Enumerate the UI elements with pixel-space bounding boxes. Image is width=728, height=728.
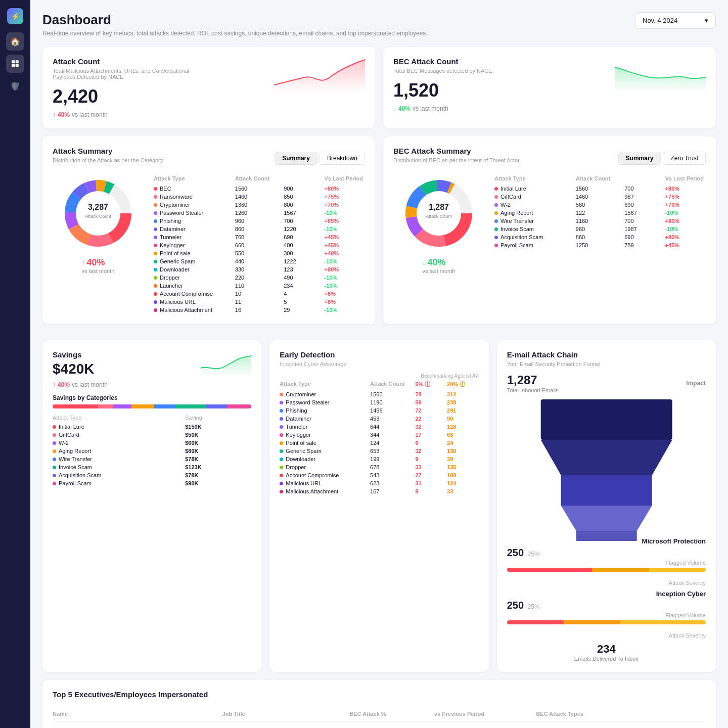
attack-summary-title: Attack Summary [53, 147, 163, 155]
attack-summary-card: Attack Summary Distribution of the Attac… [42, 136, 375, 324]
svg-marker-30 [561, 506, 652, 531]
ed-table-row: Dropper 678 33 135 [280, 463, 478, 471]
svg-rect-31 [576, 531, 636, 541]
bottom-row: Savings $420K 40% vs last month [42, 340, 716, 672]
attack-table-row: Cryptominer 1360 800 +70% [154, 201, 365, 209]
impact-label: Impact [686, 380, 706, 387]
ed-table-row: Generic Spam 653 32 130 [280, 447, 478, 455]
svg-marker-28 [540, 440, 672, 475]
ed-table-row: Cryptominer 1560 78 312 [280, 390, 478, 398]
savings-trend: 40% vs last month [53, 381, 108, 388]
savings-table-row: W-2 $60K [53, 439, 251, 447]
attack-table-row: Generic Spam 440 1222 -10% [154, 257, 365, 265]
ic-label: Inception Cyber [507, 590, 706, 598]
ms-severity-label: Attack Severity [507, 580, 706, 586]
savings-table-row: Acquisition Scam $78K [53, 471, 251, 479]
ed-title: Early Detection [280, 350, 346, 359]
early-detection-card: Early Detection Inception Cyber Advantag… [269, 340, 488, 672]
savings-table-row: Initial Lure $150K [53, 423, 251, 431]
bec-count-value: 1,520 [393, 80, 550, 101]
svg-text:1,287: 1,287 [429, 203, 449, 211]
svg-rect-1 [16, 60, 19, 63]
executives-card: Top 5 Executives/Employees Impersonated … [42, 680, 716, 728]
bec-table-row: Invoice Scam 960 1987 -10% [494, 225, 706, 233]
email-funnel-chart [507, 399, 706, 541]
bec-summary-tabs: Summary Zero Trust [618, 152, 706, 165]
sidebar-item-shield[interactable]: 🛡️ [6, 77, 24, 95]
bec-count-trend: 40% vs last month [393, 105, 550, 112]
email-chain-subtitle: Your Email Security Protection Funnel [507, 361, 706, 367]
attack-table-row: Launcher 110 234 -10% [154, 282, 365, 290]
savings-card: Savings $420K 40% vs last month [42, 340, 261, 672]
attack-table-row: Password Stealer 1260 1567 -10% [154, 209, 365, 217]
attack-table-row: Downloader 330 123 +80% [154, 265, 365, 274]
savings-category-bar [53, 404, 251, 408]
svg-rect-2 [12, 64, 15, 67]
bec-count-subtitle: Total BEC Messages detected by NACE. [393, 68, 550, 74]
ic-flagged-label: Flagged Volume [507, 612, 706, 618]
bec-table-row: Initial Lure 1560 700 +80% [494, 185, 706, 193]
svg-text:Attack Count: Attack Count [426, 214, 452, 219]
sidebar-item-dashboard[interactable] [6, 55, 24, 73]
attack-table-row: Point of sale 550 300 +40% [154, 249, 365, 257]
savings-table-row: Payroll Scam $90K [53, 479, 251, 487]
date-selector[interactable]: Nov, 4 2024 ▾ [635, 12, 716, 29]
svg-rect-27 [540, 399, 672, 440]
ed-table-row: Malicious Attachment 167 8 33 [280, 487, 478, 495]
savings-table-row: Invoice Scam $123K [53, 463, 251, 471]
delivered-label: Emails Delivered To Inbox [507, 656, 706, 662]
sidebar: ⚡ 🏠 🛡️ 👤 ⚙️ 👤 [0, 0, 30, 728]
attack-table-row: Dropper 220 490 -10% [154, 274, 365, 282]
attack-table: Attack TypeAttack CountVs Last Period BE… [154, 175, 365, 314]
tab-zerotrust-bec[interactable]: Zero Trust [663, 152, 706, 165]
sidebar-item-home[interactable]: 🏠 [6, 32, 24, 51]
ed-table-row: Tunneler 644 32 128 [280, 423, 478, 431]
attack-count-subtitle: Total Malicious Attachments, URLs, and C… [53, 68, 209, 80]
attack-table-row: Phishing 960 700 +65% [154, 217, 365, 225]
tab-summary-attack[interactable]: Summary [275, 152, 317, 165]
ms-pct: 25% [528, 551, 540, 558]
ed-table-row: Malicious URL 623 31 124 [280, 479, 478, 487]
attack-count-trend: 40% vs last month [53, 111, 209, 118]
page-subtitle: Real-time overview of key metrics: total… [42, 30, 428, 37]
attack-table-row: Malicious Attachment 16 29 -10% [154, 306, 365, 314]
ic-flagged: 250 [507, 600, 524, 611]
top-cards-row: Attack Count Total Malicious Attachments… [42, 47, 716, 128]
attack-table-row: BEC 1560 900 +80% [154, 185, 365, 193]
svg-rect-0 [12, 60, 15, 63]
ic-pct: 25% [528, 603, 540, 610]
attack-donut-area: 3,287 Attack Count 40% vs last month [53, 175, 144, 314]
main-content: Dashboard Real-time overview of key metr… [30, 0, 728, 728]
attack-donut-trend: 40% vs last month [82, 257, 115, 274]
tab-breakdown-attack[interactable]: Breakdown [320, 152, 365, 165]
svg-rect-3 [16, 64, 19, 67]
bec-donut-chart: 1,287 Attack Count [401, 175, 477, 251]
page-title-area: Dashboard Real-time overview of key metr… [42, 12, 428, 37]
ed-table-row: Dataminer 453 22 90 [280, 415, 478, 423]
ms-flagged: 250 [507, 547, 524, 558]
bec-table-row: Payroll Scam 1250 789 +45% [494, 241, 706, 249]
summary-row: Attack Summary Distribution of the Attac… [42, 136, 716, 332]
bec-summary-title: BEC Attack Summary [393, 147, 520, 155]
bec-table-row: W-2 560 690 +70% [494, 201, 706, 209]
svg-text:Attack Count: Attack Count [85, 214, 111, 219]
savings-title: Savings [53, 350, 108, 359]
savings-table-row: GiftCard $50K [53, 431, 251, 439]
savings-chart [201, 350, 251, 376]
savings-table-row: Wire Transfer $78K [53, 455, 251, 463]
tab-summary-bec[interactable]: Summary [618, 152, 661, 165]
savings-categories-label: Savings by Categories [53, 394, 251, 401]
attack-count-chart [274, 57, 365, 93]
bec-table-row: Acquisition Scam 860 690 +80% [494, 233, 706, 241]
attack-count-value: 2,420 [53, 86, 209, 107]
email-total-label: Total Inbound Emails [507, 387, 559, 393]
ed-table-row: Account Compromise 543 27 108 [280, 471, 478, 479]
trend-up-icon [53, 111, 56, 118]
ed-subtitle: Inception Cyber Advantage [280, 361, 346, 367]
ed-table-row: Phishing 1456 72 291 [280, 406, 478, 415]
bec-table: Attack TypeAttack CountVs Last Period In… [494, 175, 706, 274]
ms-flagged-label: Flagged Volume [507, 560, 706, 566]
attack-table-row: Tunneler 760 690 +45% [154, 233, 365, 241]
attack-summary-tabs: Summary Breakdown [275, 152, 365, 165]
savings-table-row: Aging Report $80K [53, 447, 251, 455]
